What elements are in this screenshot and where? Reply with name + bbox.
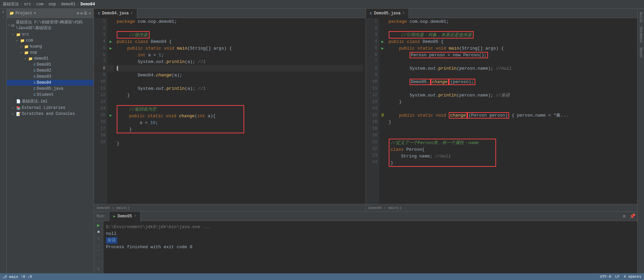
tree-item-demo01[interactable]: ▾ 📁 demo01: [7, 56, 94, 62]
sidebar-tree: ▾ 🗂 基础语法 F:\初级管理\网课班\代码\JavaSE\基础语法 ▾ 📁 …: [7, 18, 94, 273]
src-folder-icon: 📁: [16, 32, 21, 37]
left-icon-1[interactable]: ⊕: [2, 10, 4, 14]
scratches-collapse-icon: ▸: [12, 112, 16, 116]
code-lines-left[interactable]: package com.oop.demo01; //值传递 public cla…: [114, 18, 366, 204]
tree-item-root[interactable]: ▾ 🗂 基础语法 F:\初级管理\网课班\代码\JavaSE\基础语法: [7, 19, 94, 31]
status-branch[interactable]: ⎇ main: [3, 275, 18, 279]
bc-sep2: ›: [33, 2, 35, 7]
line-l14: //返回值为空: [117, 106, 244, 113]
line-r12: System.out.println(perosn.name); //秦疆: [389, 92, 635, 98]
tree-item-Demo03[interactable]: C Demo03: [7, 74, 94, 80]
right-panel-databind[interactable]: Database: [638, 25, 643, 45]
bc-Demo04[interactable]: Demo04: [80, 2, 95, 7]
pause-button[interactable]: ⏸: [95, 236, 102, 242]
stop-button[interactable]: ■: [95, 229, 102, 235]
tree-item-scratches[interactable]: ▸ 📝 Scratches and Consoles: [7, 111, 94, 117]
tree-item-ext-libs[interactable]: ▸ 📚 External Libraries: [7, 105, 94, 111]
ext-libs-collapse-icon: ▸: [12, 106, 16, 110]
tree-item-src[interactable]: ▾ 📁 src: [7, 31, 94, 38]
status-line-sep[interactable]: LF: [615, 275, 620, 279]
gutter-left: ▶ ▶ ▶: [107, 18, 114, 204]
left-strip: ⊕ ☆: [0, 9, 7, 273]
scratches-icon: 📝: [16, 112, 21, 116]
tree-item-iml[interactable]: 📄 基础语法.iml: [7, 98, 94, 105]
bc-oop[interactable]: oop: [49, 2, 56, 7]
tab-run-close[interactable]: ×: [134, 214, 136, 218]
Demo05-label: Demo05.java: [37, 86, 63, 91]
line-l16: a = 10;: [117, 119, 244, 126]
run-pin-icon[interactable]: 📌: [628, 213, 637, 219]
output-line-exit: Process finished with exit code 0: [106, 244, 635, 251]
left-icon-2[interactable]: ☆: [2, 15, 4, 19]
editor-right-breadcrumb: Demo05 › main(): [366, 204, 638, 211]
status-sync[interactable]: ↑0 ↓0: [21, 275, 32, 279]
tree-item-kuang[interactable]: ▸ 📁 kuang: [7, 44, 94, 50]
tree-item-com[interactable]: ▾ 📁 com: [7, 38, 94, 44]
bc-基础语法[interactable]: 基础语法: [3, 1, 19, 7]
rerun-button[interactable]: ↺: [95, 243, 102, 249]
project-label: Project: [15, 11, 32, 16]
line-l5: public static void main(String[] args) {: [117, 45, 363, 52]
line-r10: Demo05.change(perosn);: [389, 78, 635, 85]
tree-item-Demo05[interactable]: C Demo05.java: [7, 86, 94, 92]
tab-demo05-close[interactable]: ×: [402, 11, 405, 15]
line-r6: Perosn perosn = new Perosn();: [389, 52, 635, 58]
line-r1: package com.oop.demo01;: [389, 18, 635, 25]
output-zh-text: 秦疆: [106, 237, 117, 244]
run-output[interactable]: D:\Environment\jdk8\jdk\bin\java.exe ...…: [103, 221, 637, 273]
play-button[interactable]: ▶: [95, 222, 102, 228]
tree-item-Student[interactable]: C Student: [7, 92, 94, 98]
Demo02-icon: C: [34, 69, 36, 73]
clear-button[interactable]: 🗑: [95, 266, 102, 272]
tab-demo04-close[interactable]: ×: [131, 11, 133, 15]
editor-left: C Demo04.java × 1 2 3 4 5: [94, 9, 366, 211]
lines-perosn-box: //定义了一个Perosn类，有一个属性：name class Perosn{ …: [389, 139, 496, 167]
line-l12: }: [117, 92, 363, 98]
ext-libs-icon: 📚: [16, 106, 21, 110]
iml-label: 基础语法.iml: [22, 98, 48, 104]
Student-icon: C: [34, 93, 36, 97]
editor-tabs-right: C Demo05.java ×: [366, 9, 638, 18]
sidebar-action-3[interactable]: ☰: [84, 11, 87, 15]
status-indent[interactable]: 4 spaces: [624, 275, 641, 279]
line-l10: [117, 78, 363, 85]
code-lines-right[interactable]: package com.oop.demo01; //引用传递：对象，本质还是值传…: [386, 18, 638, 204]
line-l18: [117, 133, 363, 140]
tab-demo04[interactable]: C Demo04.java ×: [94, 9, 137, 18]
app-root: 基础语法 › src › com › oop › demo01 › Demo04…: [0, 0, 644, 280]
bc-com[interactable]: com: [36, 2, 44, 7]
right-panel-build[interactable]: Build: [638, 10, 643, 24]
right-panel-maven[interactable]: Maven: [638, 46, 643, 60]
ed-right-bc: Demo05 › main(): [369, 206, 402, 210]
root-folder-icon: 🗂: [11, 23, 15, 27]
sidebar-action-4[interactable]: ✕: [89, 11, 91, 15]
tree-item-Demo04[interactable]: C Demo04: [7, 80, 94, 86]
sidebar-action-2[interactable]: ⚙: [80, 11, 83, 15]
src-collapse-icon: ▾: [12, 33, 16, 37]
bc-sep1: ›: [20, 2, 22, 7]
tree-item-Demo02[interactable]: C Demo02: [7, 68, 94, 74]
bc-demo01[interactable]: demo01: [61, 2, 75, 7]
tab-demo05[interactable]: C Demo05.java ×: [366, 9, 409, 18]
bc-src[interactable]: src: [24, 2, 31, 7]
run-settings-icon[interactable]: ⚙: [621, 213, 628, 219]
bc-sep5: ›: [77, 2, 79, 7]
sidebar-action-1[interactable]: ⊕: [77, 11, 79, 15]
Student-label: Student: [37, 92, 54, 97]
tab-run-demo05[interactable]: ▶ Demo05 ×: [109, 212, 141, 221]
com-label: com: [26, 38, 33, 43]
tab-demo05-label: Demo05.java: [374, 11, 400, 16]
scroll-to-end-button[interactable]: ↓: [95, 253, 102, 258]
line-l7: System.out.println(a); //1: [117, 58, 363, 65]
line-l9: Demo04.change(a);: [117, 72, 363, 78]
tree-item-oop[interactable]: ▾ 📁 oop: [7, 50, 94, 56]
project-dropdown-icon[interactable]: ▾: [34, 11, 36, 16]
root-label: 基础语法 F:\初级管理\网课班\代码\JavaSE\基础语法: [16, 19, 92, 31]
soft-wrap-button[interactable]: ⏎: [95, 259, 102, 265]
status-encoding[interactable]: UTF-8: [600, 275, 611, 279]
editor-right: C Demo05.java × 1 2 3 4 5: [366, 9, 638, 211]
top-breadcrumb: 基础语法 › src › com › oop › demo01 › Demo04: [0, 0, 644, 9]
editor-tabs-left: C Demo04.java ×: [94, 9, 366, 18]
output-line-zh: 秦疆: [106, 237, 635, 244]
tree-item-Demo01[interactable]: C Demo01: [7, 62, 94, 68]
